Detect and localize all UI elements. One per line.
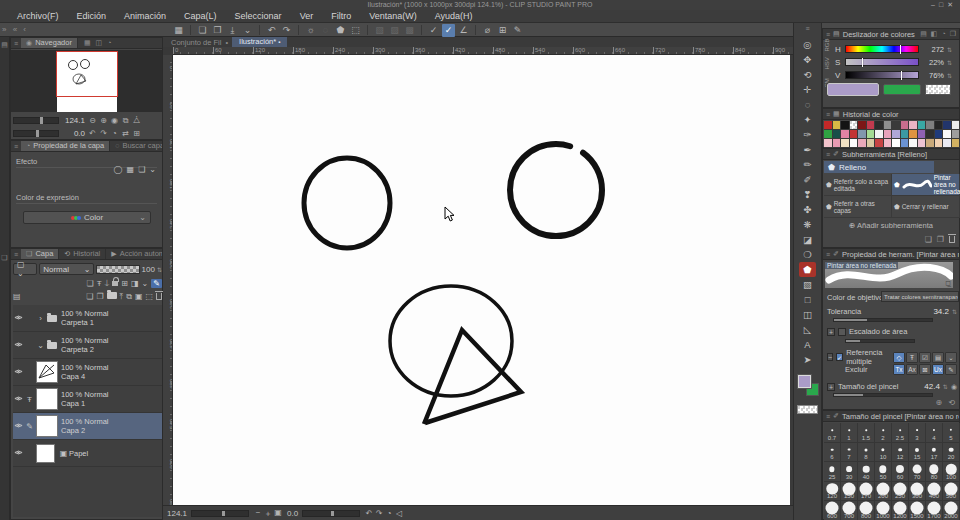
brush-size-cell[interactable]: 1.5: [858, 423, 875, 443]
brush-size-cell[interactable]: 250: [892, 482, 909, 502]
layer-option-icon[interactable]: ⍊: [105, 278, 110, 288]
snap-ruler-icon[interactable]: ✓: [427, 24, 440, 37]
brush-size-cell[interactable]: 25: [824, 462, 841, 482]
brush-size-cell[interactable]: 2000: [943, 501, 960, 520]
hsv-slider[interactable]: [845, 58, 919, 66]
color-history-swatch[interactable]: [901, 121, 910, 130]
subtool-footer-icon[interactable]: ❏: [925, 235, 932, 244]
target-color-select[interactable]: Tratar colores semitransparentes como...: [881, 291, 959, 302]
brush-size-cell[interactable]: 12: [892, 443, 909, 463]
color-history-swatch[interactable]: [892, 130, 901, 139]
panel-menu-icon[interactable]: ≡: [823, 111, 833, 118]
panel-menu-icon[interactable]: ≡: [11, 251, 21, 258]
eye-icon[interactable]: [13, 422, 24, 431]
layer-command-icon[interactable]: [107, 292, 117, 301]
color-history-swatch[interactable]: [841, 139, 850, 148]
brush-size-cell[interactable]: 1700: [926, 501, 943, 520]
expand-icon[interactable]: +: [827, 383, 835, 391]
tab-historial[interactable]: ⟲Historial: [59, 249, 106, 260]
rotate-canvas-tool-icon[interactable]: ⟲: [799, 67, 816, 82]
snap-special-ruler-icon[interactable]: ✓: [442, 24, 455, 37]
brush-size-cell[interactable]: 70: [909, 462, 926, 482]
brush-size-cell[interactable]: 80: [926, 462, 943, 482]
color-mode-tab[interactable]: HSV: [823, 61, 835, 70]
layer-list-menu-icon[interactable]: ▤: [13, 292, 21, 301]
hsv-stepper[interactable]: ⇅: [947, 59, 952, 66]
area-scaling-checkbox[interactable]: [838, 328, 846, 336]
operation-tool-icon[interactable]: ➤: [799, 352, 816, 367]
tab-propiedad-capa[interactable]: ◔Propiedad de la capa: [21, 141, 110, 152]
layer-row[interactable]: ✎100 % NormalCapa 2: [13, 413, 162, 440]
tolerance-slider[interactable]: [833, 318, 933, 322]
maximize-icon[interactable]: □: [939, 1, 947, 8]
panel-menu-icon[interactable]: ≡: [11, 40, 21, 47]
color-history-swatch[interactable]: [833, 121, 842, 130]
main-color-swatch[interactable]: [798, 375, 811, 388]
fill-tool-icon[interactable]: ⬟: [799, 262, 816, 277]
navigator-preview[interactable]: [11, 50, 162, 112]
selection-launcher-icon[interactable]: ▩: [403, 24, 416, 37]
layer-command-icon[interactable]: ❏: [86, 292, 93, 301]
color-history-swatch[interactable]: [901, 130, 910, 139]
redo-icon[interactable]: ↷: [280, 24, 293, 37]
ref-caret-icon[interactable]: ⌄: [945, 352, 957, 363]
subtool-item[interactable]: ⬟ Referir a otras capas: [824, 196, 892, 218]
navigator-zoom-button[interactable]: ⧉: [120, 116, 131, 126]
navigator-rotate-button[interactable]: ⇄: [120, 129, 131, 138]
brush-size-cell[interactable]: 50: [875, 462, 892, 482]
color-history-swatch[interactable]: [850, 121, 859, 130]
panel-menu-icon[interactable]: ≡: [823, 151, 833, 158]
menu-item[interactable]: Ayuda(H): [426, 10, 482, 23]
color-history-swatch[interactable]: [926, 121, 935, 130]
color-history-swatch[interactable]: [850, 139, 859, 148]
grid-icon[interactable]: ⊞: [496, 24, 509, 37]
eraser-tool-icon[interactable]: ◪: [799, 232, 816, 247]
brush-size-cell[interactable]: 100: [943, 462, 960, 482]
tab-capa[interactable]: ❏Capa: [21, 249, 59, 260]
brush-size-cell[interactable]: 3: [909, 423, 926, 443]
color-history-swatch[interactable]: [952, 121, 960, 130]
navigator-zoom-button[interactable]: ⊖: [87, 116, 98, 126]
frame-border-tool-icon[interactable]: ◫: [799, 307, 816, 322]
border-effect-icon[interactable]: ◯: [114, 165, 123, 174]
color-history-swatch[interactable]: [875, 139, 884, 148]
color-history-swatch[interactable]: [824, 139, 833, 148]
eye-icon[interactable]: [13, 449, 24, 458]
navigator-subview-icon[interactable]: ◫: [96, 39, 103, 47]
color-history-swatch[interactable]: [858, 130, 867, 139]
brush-size-cell[interactable]: 700: [841, 501, 858, 520]
folder-caret[interactable]: ›: [35, 314, 46, 323]
auto-select-tool-icon[interactable]: ✦: [799, 112, 816, 127]
subtool-item[interactable]: ⬟ Referir solo a capa editada: [824, 174, 892, 196]
brush-size-dynamics-icon[interactable]: ◉: [951, 383, 957, 391]
brush-size-cell[interactable]: 8: [858, 443, 875, 463]
status-rotate-button[interactable]: ◁: [394, 509, 404, 518]
menu-item[interactable]: Animación: [115, 10, 175, 23]
color-history-swatch[interactable]: [875, 130, 884, 139]
brush-size-cell[interactable]: 1: [841, 423, 858, 443]
hsv-stepper[interactable]: ⇅: [947, 46, 952, 53]
hsv-stepper[interactable]: ⇅: [947, 72, 952, 79]
color-history-swatch[interactable]: [892, 121, 901, 130]
color-mode-tab[interactable]: RGB: [823, 43, 835, 52]
brush-size-cell[interactable]: 0.7: [824, 423, 841, 443]
pencil-tool-icon[interactable]: ✏: [799, 157, 816, 172]
folder-caret[interactable]: ⌄: [35, 341, 46, 350]
open-file-icon[interactable]: ❐: [211, 24, 224, 37]
exclude-editing-icon[interactable]: ⊠: [919, 364, 931, 375]
sub-color-swatch[interactable]: [883, 84, 921, 95]
brush-size-cell[interactable]: 500: [943, 482, 960, 502]
gradient-tool-icon[interactable]: ▧: [799, 277, 816, 292]
brush-size-cell[interactable]: 1000: [875, 501, 892, 520]
color-history-swatch[interactable]: [867, 130, 876, 139]
brush-size-cell[interactable]: 2.5: [892, 423, 909, 443]
brush-size-cell[interactable]: 15: [909, 443, 926, 463]
layer-command-icon[interactable]: ⬚: [145, 292, 153, 301]
layer-option-icon[interactable]: ✎: [151, 279, 162, 288]
rotate-reset-icon[interactable]: ⌀: [481, 24, 494, 37]
brush-size-cell[interactable]: 10: [875, 443, 892, 463]
menu-item[interactable]: Edición: [68, 10, 116, 23]
layer-option-icon[interactable]: ◨: [131, 279, 139, 288]
status-zoom-button[interactable]: ＋: [263, 508, 273, 519]
blend-mode-select[interactable]: Normal⌄: [39, 263, 94, 275]
